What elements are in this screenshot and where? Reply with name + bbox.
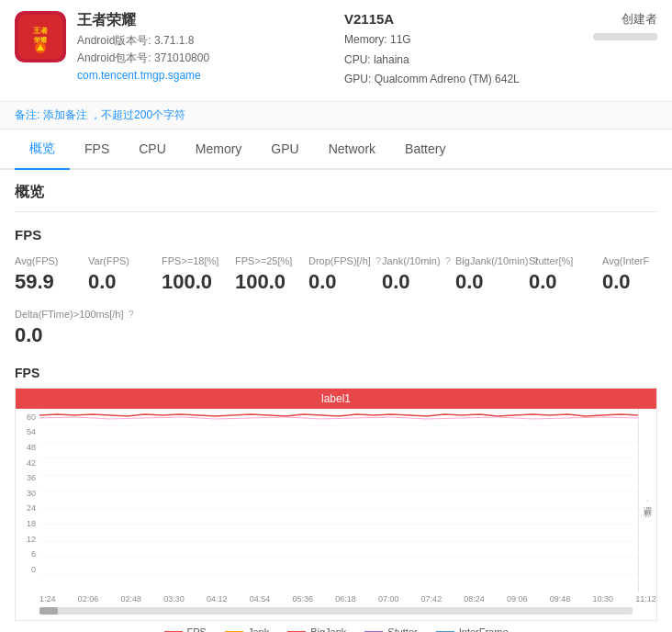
chart-right-sidebar: 调·标 [638, 409, 656, 592]
stat-label-stutter: Stutter[%] [529, 255, 602, 266]
device-meta: Memory: 11G CPU: lahaina GPU: Qualcomm A… [344, 30, 582, 90]
legend-bigjank: BigJank [287, 626, 346, 632]
stats-row: Avg(FPS) 59.9 Var(FPS) 0.0 FPS>=18[%] 10… [15, 255, 657, 294]
package-version: Android包本号: 371010800 [77, 50, 315, 67]
note-suffix: ，不超过200个字符 [90, 108, 185, 121]
stat-avg-fps: Avg(FPS) 59.9 [15, 255, 88, 294]
stat-stutter: Stutter[%] 0.0 [529, 255, 602, 294]
note-prefix: 备注: [15, 108, 39, 121]
stat-label-jank: Jank(/10min) ? [382, 255, 455, 266]
svg-text:荣耀: 荣耀 [34, 36, 47, 43]
chart-label-bar: label1 [16, 389, 656, 409]
stat-value-stutter: 0.0 [529, 270, 602, 294]
chart-section: FPS label1 60 54 48 42 36 30 24 18 12 6 [15, 366, 657, 632]
stat-jank: Jank(/10min) ? 0.0 [382, 255, 455, 294]
stat-var-fps: Var(FPS) 0.0 [88, 255, 162, 294]
delta-row: Delta(FTime)>100ms[/h] ? 0.0 [15, 309, 657, 347]
scroll-thumb[interactable] [39, 607, 58, 615]
tab-overview[interactable]: 概览 [15, 130, 70, 168]
device-memory: Memory: 11G [344, 30, 582, 51]
stat-label-bigjank: BigJank(/10min) ? [455, 255, 529, 266]
legend-interframe: InterFrame [436, 626, 509, 632]
delta-value: 0.0 [15, 323, 657, 347]
chart-area: 60 54 48 42 36 30 24 18 12 6 0 [16, 409, 656, 592]
app-meta: Android版本号: 3.71.1.8 Android包本号: 3710108… [77, 32, 315, 85]
stat-value-avg-fps: 59.9 [15, 270, 88, 294]
tab-fps[interactable]: FPS [70, 130, 124, 167]
page-title: 概览 [15, 170, 657, 212]
main-content: 概览 FPS Avg(FPS) 59.9 Var(FPS) 0.0 FPS>=1… [0, 170, 672, 632]
device-version: V2115A [344, 11, 582, 27]
app-header: 王者 荣耀 王者荣耀 Android版本号: 3.71.1.8 Android包… [0, 0, 672, 102]
delta-label: Delta(FTime)>100ms[/h] ? [15, 309, 657, 320]
stat-label-fps25: FPS>=25[%] [235, 255, 308, 266]
svg-text:王者: 王者 [33, 27, 48, 35]
chart-plot [39, 409, 638, 592]
stat-label-var-fps: Var(FPS) [88, 255, 162, 266]
note-link[interactable]: 添加备注 [43, 108, 87, 121]
stat-value-bigjank: 0.0 [455, 270, 529, 294]
chart-legend: FPS Jank BigJank Stutter InterFrame [15, 621, 657, 632]
stat-value-jank: 0.0 [382, 270, 455, 294]
stat-drop-fps: Drop(FPS)[/h] ? 0.0 [308, 255, 382, 294]
stat-value-interframe: 0.0 [602, 270, 657, 294]
app-name: 王者荣耀 [77, 11, 315, 30]
fps-section: FPS Avg(FPS) 59.9 Var(FPS) 0.0 FPS>=18[%… [15, 227, 657, 347]
legend-stutter: Stutter [364, 626, 417, 632]
legend-fps-label: FPS [187, 626, 207, 632]
note-bar: 备注: 添加备注 ，不超过200个字符 [0, 102, 672, 130]
legend-bigjank-label: BigJank [310, 626, 346, 632]
app-info: 王者荣耀 Android版本号: 3.71.1.8 Android包本号: 37… [77, 11, 315, 85]
tab-gpu[interactable]: GPU [256, 130, 313, 167]
tab-cpu[interactable]: CPU [124, 130, 181, 167]
y-axis: 60 54 48 42 36 30 24 18 12 6 0 [16, 409, 39, 592]
stat-fps18: FPS>=18[%] 100.0 [162, 255, 235, 294]
fps-section-title: FPS [15, 227, 657, 243]
creator-label: 创建者 [622, 11, 657, 28]
package-link[interactable]: com.tencent.tmgp.sgame [77, 69, 201, 82]
creator-section: 创建者 [593, 11, 657, 40]
stat-value-var-fps: 0.0 [88, 270, 162, 294]
scroll-bar[interactable] [39, 607, 633, 615]
chart-svg [39, 409, 638, 592]
legend-fps: FPS [164, 626, 207, 632]
legend-jank: Jank [225, 626, 269, 632]
legend-jank-label: Jank [248, 626, 269, 632]
stat-fps25: FPS>=25[%] 100.0 [235, 255, 308, 294]
stat-value-fps25: 100.0 [235, 270, 308, 294]
tab-memory[interactable]: Memory [181, 130, 257, 167]
stat-value-fps18: 100.0 [162, 270, 235, 294]
stat-label-avg-fps: Avg(FPS) [15, 255, 88, 266]
legend-stutter-label: Stutter [387, 626, 417, 632]
legend-interframe-label: InterFrame [459, 626, 509, 632]
creator-bar [593, 33, 657, 40]
stat-interframe: Avg(InterF 0.0 [602, 255, 657, 294]
device-info: V2115A Memory: 11G CPU: lahaina GPU: Qua… [326, 11, 582, 90]
chart-title: FPS [15, 366, 657, 380]
device-gpu: GPU: Qualcomm Adreno (TM) 642L [344, 70, 582, 90]
tab-battery[interactable]: Battery [390, 130, 460, 167]
stat-label-drop-fps: Drop(FPS)[/h] ? [308, 255, 382, 266]
stat-label-fps18: FPS>=18[%] [162, 255, 235, 266]
tab-bar: 概览 FPS CPU Memory GPU Network Battery [0, 130, 672, 170]
x-axis: 1:24 02:06 02:48 03:30 04:12 04:54 05:36… [16, 592, 656, 604]
app-icon: 王者 荣耀 [15, 11, 66, 62]
tab-network[interactable]: Network [314, 130, 390, 167]
stat-value-drop-fps: 0.0 [308, 270, 382, 294]
stat-bigjank: BigJank(/10min) ? 0.0 [455, 255, 529, 294]
android-version: Android版本号: 3.71.1.8 [77, 32, 315, 50]
chart-container[interactable]: label1 60 54 48 42 36 30 24 18 12 6 0 [15, 388, 657, 621]
device-cpu: CPU: lahaina [344, 51, 582, 71]
stat-label-interframe: Avg(InterF [602, 255, 657, 266]
